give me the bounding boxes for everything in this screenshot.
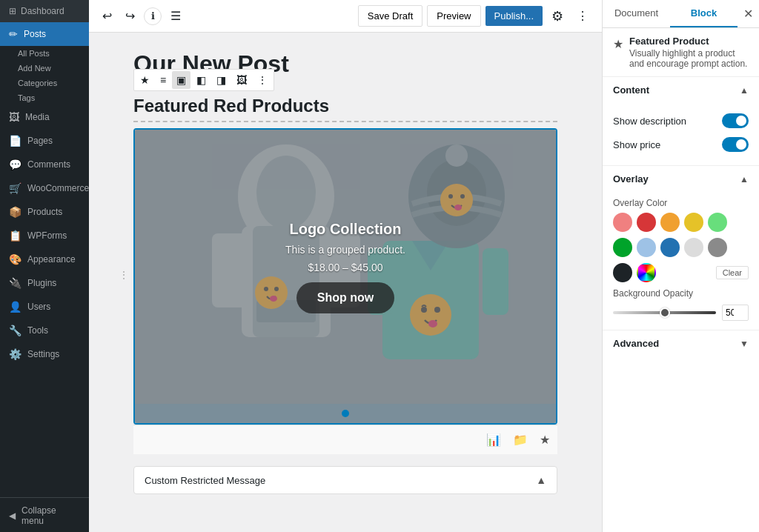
block-star-bottom-button[interactable]: ★ bbox=[537, 430, 553, 450]
sidebar-item-label: Settings bbox=[27, 349, 59, 359]
sidebar-collapse[interactable]: ◀ Collapse menu bbox=[0, 497, 89, 532]
swatch-light-green[interactable] bbox=[708, 213, 727, 232]
sidebar: ⊞ Dashboard ✏ Posts All Posts Add New Ca… bbox=[0, 0, 89, 532]
opacity-slider[interactable] bbox=[613, 311, 716, 314]
preview-button[interactable]: Preview bbox=[427, 5, 480, 27]
block-align-left-button[interactable]: ◧ bbox=[192, 71, 211, 89]
sidebar-item-label: Pages bbox=[27, 136, 53, 146]
swatch-orange[interactable] bbox=[660, 213, 680, 232]
product-carousel-dots bbox=[135, 404, 556, 423]
sidebar-item-comments[interactable]: 💬 Comments bbox=[0, 153, 89, 176]
content-section-header[interactable]: Content ▲ bbox=[603, 77, 759, 103]
block-align-center-button[interactable]: ▣ bbox=[172, 71, 190, 89]
sidebar-item-pages[interactable]: 📄 Pages bbox=[0, 129, 89, 153]
sidebar-item-wpforms[interactable]: 📋 WPForms bbox=[0, 224, 89, 247]
show-description-row: Show description bbox=[613, 109, 749, 133]
sidebar-item-tools[interactable]: 🔧 Tools bbox=[0, 319, 89, 342]
carousel-dot-1[interactable] bbox=[342, 410, 349, 417]
swatch-gradient[interactable] bbox=[637, 263, 656, 282]
color-swatches-row1 bbox=[613, 213, 749, 232]
sidebar-item-label: Appearance bbox=[27, 254, 76, 265]
sidebar-sub-add-new[interactable]: Add New bbox=[0, 61, 89, 76]
sidebar-item-posts[interactable]: ✏ Posts bbox=[0, 22, 89, 46]
info-button[interactable]: ℹ bbox=[144, 7, 162, 25]
panel-close-button[interactable]: ✕ bbox=[738, 1, 759, 27]
tab-block[interactable]: Block bbox=[670, 0, 738, 27]
block-list-button[interactable]: ≡ bbox=[156, 71, 170, 89]
appearance-icon: 🎨 bbox=[9, 253, 21, 265]
opacity-label: Background Opacity bbox=[613, 288, 693, 299]
advanced-title: Advanced bbox=[613, 338, 659, 349]
swatch-green[interactable] bbox=[613, 238, 632, 257]
block-folder-button[interactable]: 📁 bbox=[510, 430, 531, 450]
content-chevron-icon: ▲ bbox=[740, 85, 749, 96]
block-star-button[interactable]: ★ bbox=[136, 71, 154, 89]
swatch-yellow[interactable] bbox=[684, 213, 703, 232]
swatch-pink[interactable] bbox=[613, 213, 632, 232]
overlay-section-title: Overlay bbox=[613, 173, 649, 184]
sidebar-sub-tags[interactable]: Tags bbox=[0, 90, 89, 105]
restricted-message-bar: Custom Restricted Message ▲ bbox=[133, 466, 557, 494]
sidebar-item-appearance[interactable]: 🎨 Appearance bbox=[0, 247, 89, 271]
block-stats-button[interactable]: 📊 bbox=[483, 430, 504, 450]
sidebar-item-plugins[interactable]: 🔌 Plugins bbox=[0, 271, 89, 295]
swatch-gray[interactable] bbox=[708, 238, 727, 257]
sidebar-sub-categories[interactable]: Categories bbox=[0, 76, 89, 90]
comments-icon: 💬 bbox=[9, 159, 21, 170]
content-section-body: Show description Show price bbox=[603, 103, 759, 165]
restricted-message-label: Custom Restricted Message bbox=[145, 475, 265, 486]
swatch-red[interactable] bbox=[637, 213, 656, 232]
color-swatches-row3: Clear bbox=[613, 263, 749, 282]
posts-icon: ✏ bbox=[9, 28, 18, 40]
publish-button[interactable]: Publish... bbox=[485, 6, 543, 26]
swatch-light-blue[interactable] bbox=[637, 238, 656, 257]
overlay-color-label: Overlay Color bbox=[613, 198, 749, 208]
dashboard-label: Dashboard bbox=[21, 6, 64, 16]
show-description-toggle[interactable] bbox=[722, 113, 749, 128]
sidebar-item-woocommerce[interactable]: 🛒 WooCommerce bbox=[0, 176, 89, 200]
shop-now-button[interactable]: Shop now bbox=[296, 282, 394, 313]
show-price-label: Show price bbox=[613, 139, 660, 150]
product-block[interactable]: Logo Collection This is a grouped produc… bbox=[133, 128, 557, 425]
more-options-button[interactable]: ⋮ bbox=[572, 4, 593, 27]
editor-area: Our New Post ★ ≡ ▣ ◧ ◨ 🖼 ⋮ Featured Red … bbox=[89, 33, 602, 532]
color-swatches-row2 bbox=[613, 238, 749, 257]
save-draft-button[interactable]: Save Draft bbox=[358, 5, 422, 27]
swatch-black[interactable] bbox=[613, 263, 632, 282]
restricted-message-expand-button[interactable]: ▲ bbox=[536, 474, 546, 486]
sidebar-item-label: WooCommerce bbox=[27, 183, 89, 193]
overlay-section: Overlay ▲ Overlay Color bbox=[603, 166, 759, 330]
block-info: ★ Featured Product Visually highlight a … bbox=[603, 28, 759, 77]
sidebar-item-users[interactable]: 👤 Users bbox=[0, 295, 89, 319]
block-label: Featured Red Products bbox=[133, 96, 557, 122]
pages-icon: 📄 bbox=[9, 135, 21, 147]
topbar-left: ↩ ↪ ℹ ☰ bbox=[98, 4, 185, 27]
tools-button[interactable]: ☰ bbox=[166, 4, 185, 27]
products-icon: 📦 bbox=[9, 206, 21, 218]
block-image-button[interactable]: 🖼 bbox=[232, 71, 251, 89]
block-align-right-button[interactable]: ◨ bbox=[212, 71, 231, 89]
swatch-blue[interactable] bbox=[660, 238, 680, 257]
swatch-light-gray[interactable] bbox=[684, 238, 703, 257]
right-panel: Document Block ✕ ★ Featured Product Visu… bbox=[602, 0, 759, 532]
topbar: ↩ ↪ ℹ ☰ Save Draft Preview Publish... ⚙ … bbox=[89, 0, 602, 33]
clear-color-button[interactable]: Clear bbox=[716, 266, 749, 279]
sidebar-item-media[interactable]: 🖼 Media bbox=[0, 105, 89, 129]
undo-button[interactable]: ↩ bbox=[98, 4, 116, 27]
tab-document[interactable]: Document bbox=[603, 0, 670, 27]
sidebar-item-settings[interactable]: ⚙️ Settings bbox=[0, 342, 89, 366]
block-more-button[interactable]: ⋮ bbox=[253, 71, 272, 89]
sidebar-item-label: Comments bbox=[27, 159, 70, 170]
panel-tabs: Document Block ✕ bbox=[603, 0, 759, 28]
sidebar-item-products[interactable]: 📦 Products bbox=[0, 200, 89, 224]
sidebar-sub-all-posts[interactable]: All Posts bbox=[0, 46, 89, 61]
settings-toggle-button[interactable]: ⚙ bbox=[547, 4, 568, 29]
opacity-input[interactable]: 50 bbox=[722, 305, 749, 321]
show-price-toggle[interactable] bbox=[722, 137, 749, 152]
advanced-section[interactable]: Advanced ▼ bbox=[603, 330, 759, 356]
redo-button[interactable]: ↪ bbox=[121, 4, 139, 27]
overlay-section-header[interactable]: Overlay ▲ bbox=[603, 166, 759, 192]
sidebar-item-label: Tools bbox=[27, 325, 48, 336]
sidebar-dashboard[interactable]: ⊞ Dashboard bbox=[0, 0, 89, 22]
overlay-section-body: Overlay Color Clear bbox=[603, 192, 759, 330]
